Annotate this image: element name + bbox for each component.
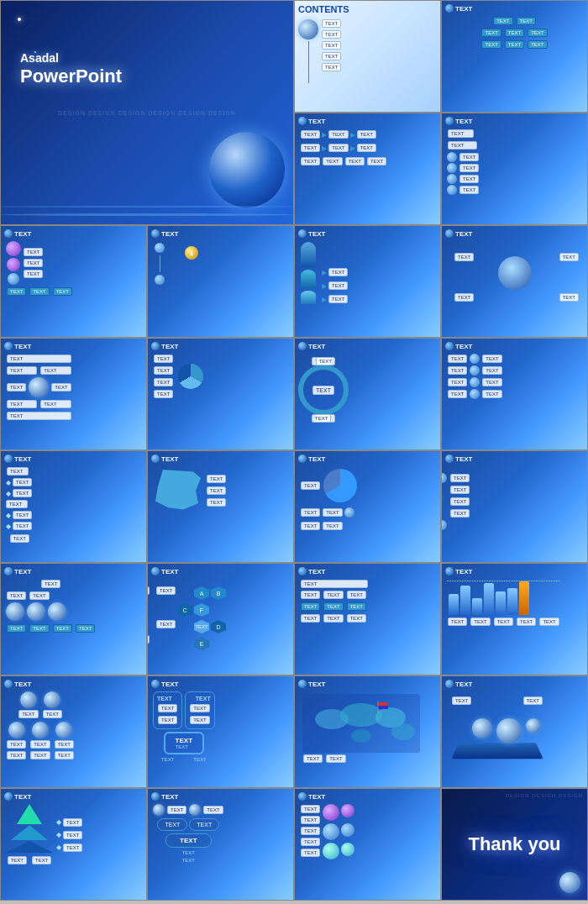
- box: TEXT: [63, 844, 82, 852]
- box: TEXT: [347, 602, 366, 611]
- box: TEXT: [301, 130, 320, 139]
- globe: [27, 602, 45, 621]
- sub-text: TEXT: [182, 858, 195, 863]
- contents-item: TEXT: [322, 19, 341, 28]
- box: TEXT: [301, 508, 320, 517]
- cell-title: TEXT: [445, 680, 472, 688]
- box: TEXT: [301, 144, 320, 152]
- box: TEXT: [301, 481, 320, 490]
- box: TEXT: [29, 624, 49, 633]
- cell-title: TEXT: [4, 229, 31, 238]
- cell-title: TEXT: [298, 680, 325, 688]
- circle: [155, 243, 165, 253]
- box: TEXT: [347, 614, 366, 623]
- box: TEXT: [459, 186, 479, 194]
- cell-title: TEXT: [445, 117, 472, 125]
- box: TEXT: [207, 498, 226, 507]
- globe: [6, 602, 24, 621]
- box: TEXT: [7, 383, 26, 392]
- box: TEXT: [482, 390, 501, 398]
- cylinder: [301, 242, 316, 267]
- dotted-line: [447, 581, 560, 581]
- hero-brand: Asadal: [20, 51, 122, 66]
- arrow-icon: ▶: [322, 282, 327, 290]
- box: TEXT: [167, 806, 186, 814]
- text-stacked-cell: TEXT TEXT TEXT TEXT TEXT TEXT TEXT: [441, 113, 588, 225]
- box: TEXT: [323, 614, 343, 623]
- globe: [29, 377, 49, 397]
- box: TEXT: [7, 287, 26, 296]
- hero-cell: DESIGN DESIGN DESIGN DESIGN DESIGN DESIG…: [0, 0, 294, 225]
- globe-icon: [298, 792, 307, 801]
- bar: [519, 581, 529, 615]
- box: TEXT: [53, 287, 72, 296]
- cell-title: TEXT: [151, 342, 178, 350]
- label: TEXT: [153, 757, 182, 762]
- box: TEXT: [10, 534, 29, 543]
- circles-purple-cell: TEXT TEXT TEXT TEXT TEXT TEXT TEXT: [0, 225, 147, 338]
- steps-cell: TEXT TEXT TEXT TEXT TEXT TEXT TEXT TEXT: [147, 788, 294, 901]
- cell-title: TEXT: [151, 567, 178, 576]
- box: TEXT: [7, 751, 26, 759]
- pie-cell: TEXT TEXT TEXT TEXT TEXT: [147, 338, 294, 450]
- cell-title: TEXT: [298, 229, 325, 238]
- circle: [447, 163, 457, 173]
- list-cell: TEXT TEXT ◆TEXT ◆TEXT TEXT ◆TEXT ◆TEXT T…: [0, 450, 147, 563]
- flow-lr-cell: TEXT TEXT TEXT TEXT TEXT TEXT TEXT TEXT …: [0, 338, 147, 450]
- box: TEXT: [63, 831, 82, 839]
- hero-product: PowerPoint: [20, 66, 122, 87]
- box: TEXT: [459, 175, 479, 183]
- box: TEXT: [494, 618, 513, 626]
- box: TEXT: [55, 740, 74, 749]
- cell-title: TEXT: [445, 4, 472, 13]
- circle-purple: [7, 258, 20, 271]
- cell-title: TEXT: [4, 455, 31, 463]
- circle: [344, 507, 354, 518]
- box: TEXT: [459, 164, 479, 172]
- box: TEXT: [7, 355, 71, 363]
- triangles-cell: TEXT TEXT TEXT ◆TEXT ◆TEXT ◆TEXT: [0, 788, 147, 901]
- box: TEXT: [207, 475, 226, 483]
- box: TEXT: [301, 849, 320, 857]
- platform-cell: TEXT TEXT TEXT: [441, 675, 588, 788]
- circle-cyan: [323, 843, 339, 859]
- text-flow-cell: TEXT TEXT ▶ TEXT ▶ TEXT TEXT ▶ TEXT ▶ TE…: [294, 113, 441, 225]
- bar: [507, 588, 517, 615]
- box: TEXT: [6, 500, 28, 508]
- box: TEXT: [30, 751, 50, 759]
- box: TEXT: [523, 696, 543, 705]
- cell-title: TEXT: [4, 342, 31, 350]
- box: TEXT: [301, 522, 320, 530]
- circle: [470, 354, 480, 364]
- globe: [526, 718, 541, 733]
- globe-icon: [151, 567, 160, 576]
- box: TEXT: [357, 130, 376, 139]
- arrow-stacked-cell: TEXT TEXT TEXT TEXT TEXT TEXT TEXT TEXT …: [441, 338, 588, 450]
- circle: [470, 389, 480, 399]
- box: TEXT: [29, 287, 49, 296]
- box: TEXT: [43, 710, 62, 718]
- rounded-cell: TEXT TEXT TEXT TEXT TEXT TEXT TEXT TEXT …: [147, 675, 294, 788]
- box: TEXT: [357, 144, 376, 152]
- box: TEXT: [539, 618, 559, 626]
- cell-title: TEXT: [298, 342, 325, 350]
- text-teXT-cell: TEXT TEXT TEXT TEXT TEXT TEXT TEXT TEXT …: [441, 0, 588, 113]
- box: TEXT: [41, 580, 60, 588]
- arrow-diag-cell: TEXT TEXT TEXT TEXT TEXT: [441, 450, 588, 563]
- box: TEXT: [316, 357, 335, 365]
- box: TEXT: [154, 390, 173, 398]
- box: TEXT: [448, 618, 467, 626]
- star-cell: TEXT TEXT TEXT TEXT TEXT TEXT: [441, 225, 588, 338]
- box: TEXT: [156, 620, 176, 628]
- box: TEXT: [154, 378, 173, 386]
- box: TEXT: [528, 40, 547, 49]
- circle: [441, 473, 447, 483]
- box: TEXT: [505, 40, 524, 49]
- box: TEXT: [7, 400, 37, 408]
- korea-map: [153, 470, 203, 512]
- box: TEXT: [147, 586, 150, 595]
- cell-title: TEXT: [445, 455, 472, 463]
- globe: [55, 722, 72, 738]
- globe: [44, 691, 60, 708]
- label: TEXT: [157, 696, 178, 702]
